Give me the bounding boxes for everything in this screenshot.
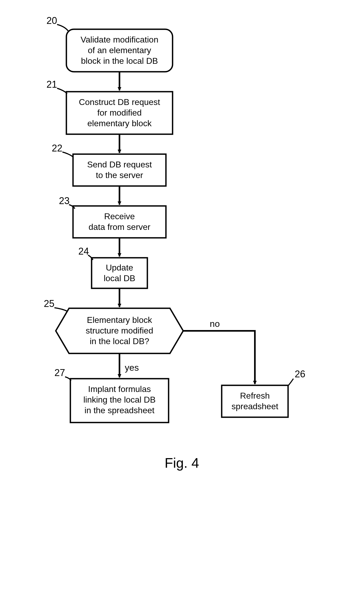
label-20: 20 (46, 15, 57, 26)
svg-rect-8 (222, 385, 288, 417)
node-26-line2: spreadsheet (232, 402, 278, 411)
node-27-line1: Implant formulas (88, 384, 151, 394)
branch-yes: yes (125, 362, 139, 373)
label-25: 25 (44, 298, 54, 309)
label-26: 26 (295, 369, 305, 379)
svg-rect-4 (73, 206, 166, 238)
figure-label: Fig. 4 (165, 455, 199, 471)
label-27: 27 (54, 367, 65, 378)
node-24-line1: Update (106, 263, 133, 272)
node-21: Construct DB request for modified elemen… (66, 92, 173, 134)
label-23: 23 (59, 195, 70, 206)
leader-22 (62, 152, 73, 157)
node-20-line1: Validate modification (81, 35, 159, 44)
node-22-line1: Send DB request (87, 160, 152, 169)
node-23-line2: data from server (89, 222, 151, 232)
node-24-line2: local DB (104, 273, 135, 283)
label-22: 22 (52, 143, 62, 154)
node-21-line1: Construct DB request (79, 97, 160, 107)
svg-rect-5 (92, 258, 147, 288)
node-25: Elementary block structure modified in t… (56, 308, 183, 353)
leader-26 (288, 379, 293, 386)
node-24: Update local DB (92, 258, 147, 288)
node-25-line2: structure modified (86, 326, 153, 335)
leader-25 (54, 308, 68, 311)
node-25-line3: in the local DB? (90, 336, 149, 346)
flowchart-figure: Validate modification of an elementary b… (0, 0, 364, 591)
label-21: 21 (46, 79, 57, 90)
label-24: 24 (78, 246, 89, 257)
node-20: Validate modification of an elementary b… (66, 29, 173, 72)
leader-20 (57, 24, 68, 31)
node-21-line2: for modified (97, 108, 142, 117)
node-22: Send DB request to the server (73, 154, 166, 186)
node-23: Receive data from server (73, 206, 166, 238)
node-27-line3: in the spreadsheet (84, 406, 154, 415)
node-20-line3: block in the local DB (81, 56, 158, 66)
node-21-line3: elementary block (87, 119, 152, 128)
node-27: Implant formulas linking the local DB in… (70, 379, 169, 423)
node-26-line1: Refresh (240, 391, 270, 400)
leader-21 (57, 88, 67, 94)
node-27-line2: linking the local DB (83, 395, 156, 404)
node-20-line2: of an elementary (88, 45, 151, 55)
node-22-line2: to the server (96, 170, 143, 180)
edge-25-26 (183, 331, 255, 384)
node-23-line1: Receive (104, 212, 135, 221)
branch-no: no (210, 319, 220, 329)
node-25-line1: Elementary block (87, 315, 152, 325)
svg-rect-3 (73, 154, 166, 186)
node-26: Refresh spreadsheet (222, 385, 288, 417)
